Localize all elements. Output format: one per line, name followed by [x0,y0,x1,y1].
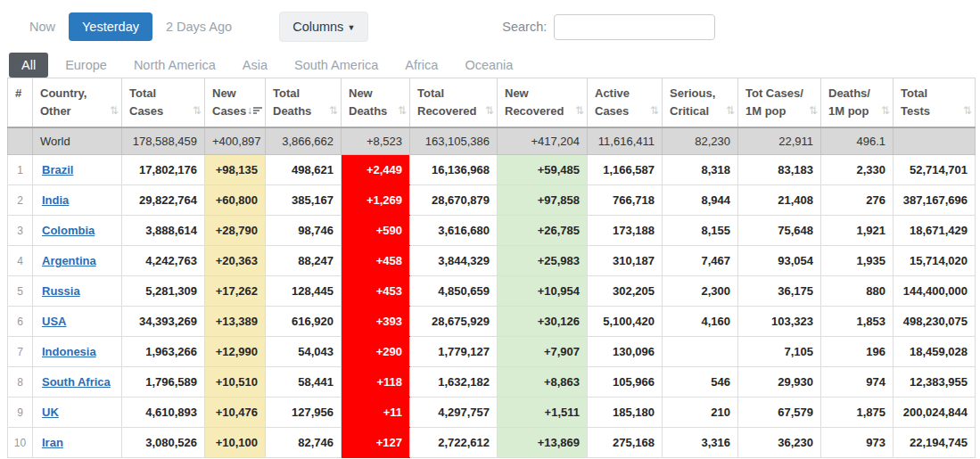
total-cases-cell: 3,888,614 [122,216,205,246]
col-header-active-cases[interactable]: ActiveCases⇅ [588,78,663,128]
total-cases-cell: 17,802,176 [122,155,205,185]
time-filter-group: NowYesterday2 Days Ago [16,12,245,41]
total-deaths-cell: 616,920 [266,307,342,337]
tot-cases-1m-pop-cell: 75,648 [738,216,821,246]
col-header-deaths-1m-pop[interactable]: Deaths/1M pop⇅ [821,78,894,128]
country-link-usa[interactable]: USA [42,315,66,328]
total-tests-cell: 144,400,000 [894,276,976,307]
col-header-serious-critical[interactable]: Serious,Critical⇅ [663,78,738,128]
country-cell: Iran [33,428,122,458]
country-link-colombia[interactable]: Colombia [42,224,95,237]
total-deaths-cell: 98,746 [266,216,342,246]
col-header-total-tests[interactable]: TotalTests⇅ [894,78,976,128]
table-row-uk: 9UK4,610,893+10,476127,956+114,297,757+1… [8,398,976,428]
new-recovered-cell: +7,907 [498,337,588,367]
total-recovered-cell: 3,616,680 [410,216,498,246]
new-deaths-cell: +11 [342,398,410,428]
search-label: Search: [502,20,547,34]
country-cell: Brazil [33,155,122,185]
rank-cell: 3 [8,216,33,246]
time-filter-now[interactable]: Now [16,12,69,41]
country-link-south-africa[interactable]: South Africa [42,375,111,389]
total-tests-cell: 498,230,075 [894,307,976,337]
country-link-brazil[interactable]: Brazil [42,163,73,176]
serious-critical-cell: 8,318 [663,155,738,185]
country-cell: India [33,185,122,216]
active-cases-cell: 5,100,420 [588,307,663,337]
total-deaths-cell: 54,043 [266,337,342,367]
new-recovered-cell: +59,485 [498,155,588,185]
tab-all[interactable]: All [9,53,48,78]
country-link-iran[interactable]: Iran [42,436,63,449]
total-deaths-cell: 3,866,662 [266,127,342,155]
total-recovered-cell: 16,136,968 [410,155,498,185]
new-deaths-cell: +2,449 [342,155,410,185]
country-link-argentina[interactable]: Argentina [42,254,96,267]
table-row-argentina: 4Argentina4,242,763+20,36388,247+4583,84… [8,246,976,276]
col-header-total-recovered[interactable]: TotalRecovered⇅ [410,78,498,128]
total-tests-cell: 18,459,028 [894,337,976,367]
serious-critical-cell: 7,467 [663,246,738,276]
search-input[interactable] [554,14,715,40]
new-recovered-cell: +30,126 [498,307,588,337]
table-header-row: #Country,Other⇅TotalCases⇅NewCases↓Total… [8,78,976,128]
country-link-russia[interactable]: Russia [42,284,80,298]
active-cases-cell: 11,616,411 [588,127,663,155]
tab-south-america[interactable]: South America [284,53,388,78]
tab-north-america[interactable]: North America [124,53,226,78]
rank-cell: 5 [8,276,33,307]
total-cases-cell: 1,963,266 [122,337,205,367]
total-recovered-cell: 28,670,879 [410,185,498,216]
new-cases-cell: +20,363 [205,246,266,276]
total-tests-cell [894,127,976,155]
deaths-1m-pop-cell: 974 [821,367,894,398]
total-cases-cell: 5,281,309 [122,276,205,307]
deaths-1m-pop-cell: 1,921 [821,216,894,246]
new-cases-cell: +10,510 [205,367,266,398]
new-cases-cell: +17,262 [205,276,266,307]
col-header-new-recovered[interactable]: NewRecovered⇅ [498,78,588,128]
col-header-country[interactable]: Country,Other⇅ [33,78,122,128]
country-cell: USA [33,307,122,337]
new-recovered-cell: +97,858 [498,185,588,216]
new-deaths-cell: +458 [342,246,410,276]
country-link-indonesia[interactable]: Indonesia [42,345,96,358]
total-recovered-cell: 2,722,612 [410,428,498,458]
new-recovered-cell: +13,869 [498,428,588,458]
time-filter-2-days-ago[interactable]: 2 Days Ago [152,12,245,41]
table-row-indonesia: 7Indonesia1,963,266+12,99054,043+2901,77… [8,337,976,367]
tab-africa[interactable]: Africa [395,53,448,78]
serious-critical-cell: 3,316 [663,428,738,458]
col-header-new-cases[interactable]: NewCases↓ [205,78,266,128]
country-cell: UK [33,398,122,428]
total-recovered-cell: 3,844,329 [410,246,498,276]
country-cell: Argentina [33,246,122,276]
serious-critical-cell: 4,160 [663,307,738,337]
country-cell: World [33,127,122,155]
col-header-total-deaths[interactable]: TotalDeaths⇅ [266,78,342,128]
table-row-iran: 10Iran3,080,526+10,10082,746+1272,722,61… [8,428,976,458]
col-header-tot-cases-1m-pop[interactable]: Tot Cases/1M pop⇅ [738,78,821,128]
toolbar: NowYesterday2 Days Ago Columns▼ Search: [0,0,980,42]
country-link-uk[interactable]: UK [42,406,59,419]
total-tests-cell: 22,194,745 [894,428,976,458]
sort-descending-icon: ↓ [247,102,262,119]
col-header-total-cases[interactable]: TotalCases⇅ [122,78,205,128]
total-tests-cell: 52,714,701 [894,155,976,185]
country-cell: Russia [33,276,122,307]
country-link-india[interactable]: India [42,193,69,207]
tab-asia[interactable]: Asia [233,53,277,78]
tot-cases-1m-pop-cell: 93,054 [738,246,821,276]
total-recovered-cell: 1,779,127 [410,337,498,367]
deaths-1m-pop-cell: 196 [821,337,894,367]
time-filter-yesterday[interactable]: Yesterday [69,12,152,41]
tab-oceania[interactable]: Oceania [455,53,523,78]
tab-europe[interactable]: Europe [55,53,117,78]
tot-cases-1m-pop-cell: 36,175 [738,276,821,307]
serious-critical-cell: 8,155 [663,216,738,246]
table-row-usa: 6USA34,393,269+13,389616,920+39328,675,9… [8,307,976,337]
total-cases-cell: 4,242,763 [122,246,205,276]
col-header-new-deaths[interactable]: NewDeaths⇅ [342,78,410,128]
columns-dropdown-button[interactable]: Columns▼ [279,12,368,42]
table-row-south-africa: 8South Africa1,796,589+10,51058,441+1181… [8,367,976,398]
